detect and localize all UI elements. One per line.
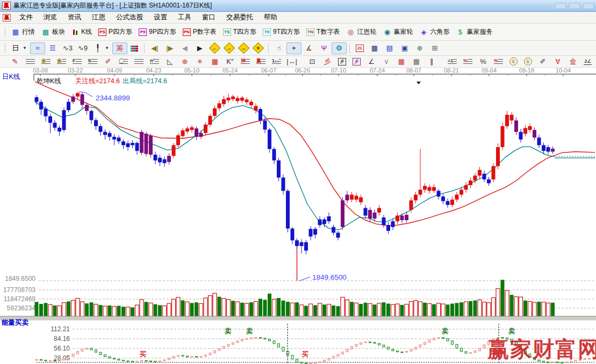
hexagon-button[interactable]: ◈六角形 [416, 26, 453, 38]
fence-tool[interactable] [131, 56, 147, 67]
t-number-button[interactable]: TNT数字表 [303, 26, 343, 38]
p-square-button[interactable]: PSP四方形 [95, 26, 135, 38]
k-double-tool[interactable]: K″ [222, 56, 238, 68]
wave9-button[interactable]: ∿9 [75, 42, 90, 54]
save-button[interactable]: ▣ [397, 42, 412, 54]
menu-item-1[interactable]: 文件 [14, 12, 38, 23]
grid-tool[interactable]: ▦ [409, 56, 424, 68]
ruler-scale-tool[interactable]: ≡1 [444, 56, 460, 67]
t-square-button[interactable]: TST四方形 [220, 26, 260, 38]
fan-box-icon: 彡 [338, 58, 346, 65]
prev-button[interactable]: ◀ [177, 42, 192, 54]
box-select-tool[interactable]: ⊡ [305, 56, 320, 68]
gold-circle2-tool[interactable]: 金 [521, 56, 535, 67]
wave3-button[interactable]: ∿3 [60, 42, 75, 54]
angle-tool-button[interactable]: ∡ [301, 42, 317, 54]
winner-service-button[interactable]: $赢家服务 [453, 26, 496, 38]
wave-red-tool[interactable]: ∀ [550, 56, 565, 68]
maximize-button[interactable] [569, 3, 580, 9]
9p-square-button[interactable]: P99P四方形 [135, 26, 179, 38]
winner-wheel-button[interactable]: ◉赢家轮 [379, 26, 416, 38]
ruler123-tool[interactable]: 1₂₃ [269, 56, 284, 67]
map-tool-button[interactable]: ❂ [332, 42, 347, 54]
spiral-gann-tool[interactable]: 5 [85, 56, 100, 67]
9t-square-button[interactable]: T99T四方形 [260, 26, 303, 38]
wave-v-tool[interactable]: ∨ [379, 56, 394, 68]
first-page-button[interactable]: ◀| [147, 42, 162, 54]
sectors-button[interactable]: ▩板块 [38, 26, 68, 38]
compress-button[interactable]: ✕ [251, 42, 265, 54]
notes-button[interactable]: ▤ [382, 42, 397, 54]
candle-body [185, 128, 189, 132]
shen-gann-tool[interactable]: 神 [238, 56, 253, 67]
expand-button[interactable]: ↔ [236, 42, 251, 54]
print-button[interactable]: ⊞ [427, 42, 442, 54]
chip-histogram-button[interactable] [127, 43, 141, 53]
chart-area[interactable]: 03-0803-2204-0904-2305-1005-2406-0706-26… [0, 68, 596, 364]
gold-circle-tool[interactable]: 金 [506, 56, 521, 67]
menu-item-8[interactable]: 窗口 [197, 12, 221, 23]
pct-lines-tool[interactable]: % [491, 56, 506, 67]
fan-purple-tool[interactable]: 彡 [349, 56, 364, 67]
quote-board-button[interactable]: ☰ [45, 42, 60, 54]
gold-gann-2-tool[interactable]: 金 [54, 56, 69, 67]
angle-rays-tool[interactable]: ∠ [364, 56, 379, 68]
ying-gann-tool[interactable]: 赢 [253, 56, 269, 67]
pct-fence-icon: % [463, 58, 472, 65]
chip-button[interactable]: 筹 [112, 42, 127, 54]
gann-grid-tool[interactable] [23, 56, 38, 67]
measure-h-tool[interactable]: |↔| [284, 56, 299, 68]
pane-divider[interactable] [0, 316, 596, 321]
indicator-mark [250, 338, 253, 339]
quotes-button[interactable]: ▦行情 [8, 26, 38, 38]
kline-period-dropdown[interactable]: 日▼ [8, 42, 30, 54]
chart-canvas[interactable]: 03-0803-2204-0904-2305-1005-2406-0706-26… [0, 68, 596, 364]
kline-button[interactable]: K线 [68, 26, 95, 38]
crosshair-button[interactable]: + [286, 42, 301, 54]
pct-tool[interactable]: % [476, 56, 491, 68]
angle-ruler-tool[interactable]: ◺ [162, 56, 177, 68]
next-button[interactable]: ▶ [192, 42, 207, 54]
menu-item-10[interactable]: 帮助 [258, 12, 283, 23]
menu-item-3[interactable]: 资讯 [62, 12, 87, 23]
shift-right-button[interactable]: → [222, 42, 236, 54]
pan-hand-button[interactable]: ☝ [271, 42, 286, 54]
angle-j-tool[interactable]: J∠ [580, 57, 595, 67]
brush2-tool[interactable]: ✐ [100, 56, 116, 68]
calculator-button[interactable]: ▦ [367, 42, 382, 54]
grid-target-tool[interactable]: ▦ [207, 56, 222, 68]
candle-body [181, 130, 185, 136]
n2-gann-tool[interactable]: n² [147, 56, 162, 67]
menu-item-9[interactable]: 交易委托 [221, 12, 258, 23]
menu-item-4[interactable]: 江恩 [87, 12, 111, 23]
close-button[interactable] [583, 3, 594, 9]
gann-tool-button[interactable]: Ψ [317, 42, 332, 54]
minute-chart-button[interactable]: ≈ [30, 42, 45, 54]
target-tool[interactable]: ⊕ [177, 56, 192, 68]
pct-fence-tool[interactable]: % [460, 56, 476, 67]
menu-item-2[interactable]: 浏览 [38, 12, 62, 23]
shift-left-button[interactable]: ← [207, 42, 222, 54]
gold-red-tool[interactable]: 金 [565, 56, 580, 68]
menu-item-7[interactable]: 工具 [173, 12, 197, 23]
fan-red-tool[interactable]: 彡 [320, 56, 335, 68]
star-tool[interactable]: ✳ [192, 56, 207, 68]
p-number-button[interactable]: PNP数字表 [179, 26, 220, 38]
parallel-tool[interactable]: ∥ [424, 56, 439, 68]
menu-item-6[interactable]: 设置 [148, 12, 173, 23]
last-page-button[interactable]: |▶ [162, 42, 177, 54]
grid-red-tool[interactable]: ▦ [394, 56, 409, 68]
calendar-button[interactable]: 21 [353, 43, 367, 54]
menu-item-5[interactable]: 公式选股 [111, 12, 148, 23]
pen-flag-tool[interactable]: ✐ [535, 56, 550, 68]
gold-gann-1-tool[interactable]: 金 [38, 56, 54, 67]
f-gann-tool[interactable]: F [69, 56, 85, 67]
volume-bar [176, 297, 180, 317]
gann-wheel-button[interactable]: ◎江恩轮 [343, 26, 379, 38]
candle-type-dropdown[interactable]: ╿▼ [90, 42, 112, 54]
circle-gann-tool[interactable]: ◯ [116, 56, 131, 67]
minimize-button[interactable] [555, 3, 566, 9]
brush-tool[interactable]: ✎ [8, 56, 23, 68]
browser-button[interactable]: ⊕ [412, 42, 427, 54]
fan-box-tool[interactable]: 彡 [335, 56, 349, 67]
